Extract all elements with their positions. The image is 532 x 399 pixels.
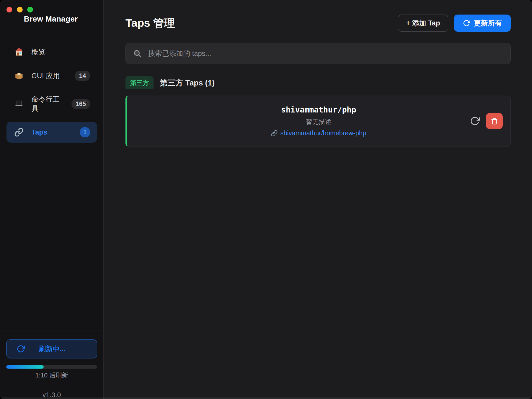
search-bar: [125, 43, 511, 64]
refresh-countdown: 1:10 后刷新: [6, 371, 97, 380]
sidebar-item-label: 命令行工具: [31, 95, 63, 114]
section-heading: 第三方 Taps (1): [160, 78, 215, 88]
progress-bar: [6, 365, 97, 369]
tap-name: shivammathur/php: [281, 105, 356, 114]
badge-count: 165: [71, 99, 90, 109]
badge-count: 14: [75, 71, 90, 81]
refresh-icon: [17, 345, 25, 353]
sidebar-item-taps[interactable]: Taps 1: [6, 122, 97, 143]
sidebar-item-cli-tools[interactable]: 命令行工具 165: [6, 89, 97, 119]
minimize-window-button[interactable]: [17, 7, 23, 12]
sidebar-nav: 概览 GUI 应用 14: [0, 42, 103, 143]
app-version: v1.3.0: [6, 391, 97, 399]
progress-fill: [6, 365, 44, 369]
refresh-status-button[interactable]: 刷新中...: [6, 339, 97, 358]
sidebar-item-gui-apps[interactable]: GUI 应用 14: [6, 65, 97, 86]
tap-card: shivammathur/php 暂无描述 shivammathur/homeb…: [125, 96, 511, 147]
tap-description: 暂无描述: [306, 118, 331, 126]
sidebar-item-overview[interactable]: 概览: [6, 42, 97, 62]
sidebar-item-label: GUI 应用: [31, 71, 60, 81]
sidebar: Brew Manager 概览: [0, 0, 104, 399]
main-header: Taps 管理 + 添加 Tap 更新所有: [125, 15, 511, 32]
trash-icon: [490, 117, 498, 125]
search-input[interactable]: [148, 49, 503, 58]
section-badge: 第三方: [125, 76, 154, 89]
sidebar-item-label: 概览: [31, 47, 45, 57]
app-title: Brew Manager: [24, 15, 103, 23]
tap-refresh-button[interactable]: [470, 116, 480, 126]
home-icon: [14, 47, 24, 57]
page-title: Taps 管理: [125, 16, 175, 30]
tap-link-label: shivammathur/homebrew-php: [280, 129, 366, 137]
tap-delete-button[interactable]: [486, 113, 503, 129]
link-icon: [271, 130, 278, 137]
taps-section-header: 第三方 第三方 Taps (1): [125, 76, 511, 89]
laptop-icon: [14, 99, 24, 109]
badge-count: 1: [80, 127, 90, 137]
refresh-icon: [463, 19, 470, 27]
link-icon: [14, 127, 24, 137]
search-icon: [133, 49, 142, 58]
close-window-button[interactable]: [6, 7, 12, 12]
traffic-lights: [6, 7, 103, 12]
update-all-label: 更新所有: [474, 18, 502, 28]
app-window: Brew Manager 概览: [0, 0, 532, 399]
sidebar-footer: 刷新中... 1:10 后刷新 v1.3.0: [0, 330, 103, 399]
tap-card-controls: [470, 113, 503, 129]
main-content: Taps 管理 + 添加 Tap 更新所有: [104, 0, 532, 399]
refresh-status-label: 刷新中...: [25, 344, 79, 354]
header-actions: + 添加 Tap 更新所有: [398, 15, 511, 32]
sidebar-item-label: Taps: [31, 128, 47, 137]
brand-header: Brew Manager: [0, 0, 103, 23]
add-tap-button[interactable]: + 添加 Tap: [398, 15, 448, 32]
update-all-button[interactable]: 更新所有: [454, 15, 511, 32]
tap-link[interactable]: shivammathur/homebrew-php: [271, 129, 366, 137]
zoom-window-button[interactable]: [27, 7, 33, 12]
package-icon: [14, 71, 24, 81]
